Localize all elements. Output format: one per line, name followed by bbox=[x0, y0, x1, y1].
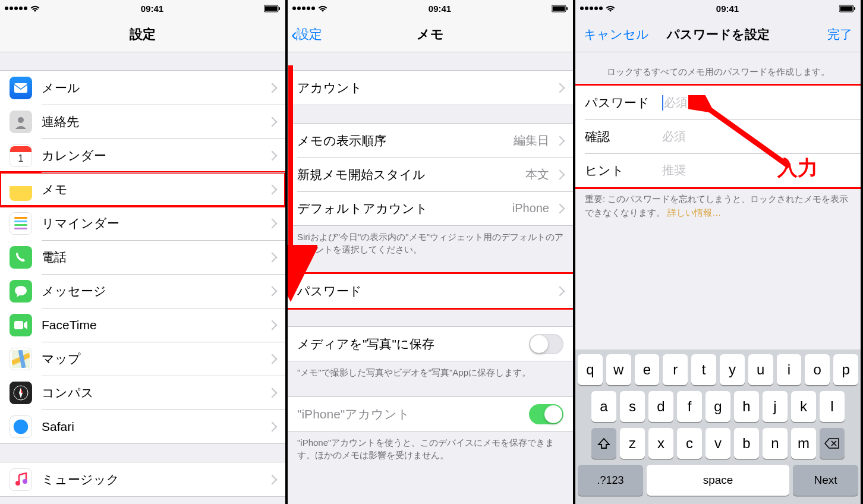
key-m[interactable]: m bbox=[791, 428, 816, 459]
key-next[interactable]: Next bbox=[793, 465, 858, 496]
key-n[interactable]: n bbox=[763, 428, 788, 459]
key-t[interactable]: t bbox=[691, 354, 716, 385]
chevron-right-icon bbox=[267, 252, 278, 262]
chevron-right-icon bbox=[555, 286, 565, 296]
status-time: 09:41 bbox=[141, 4, 163, 14]
row-sort[interactable]: メモの表示順序 編集日 bbox=[288, 124, 573, 158]
key-i[interactable]: i bbox=[777, 354, 802, 385]
settings-row-messages[interactable]: メッセージ bbox=[0, 274, 285, 308]
chevron-right-icon bbox=[555, 136, 565, 146]
key-j[interactable]: j bbox=[763, 391, 788, 422]
key-l[interactable]: l bbox=[820, 391, 845, 422]
reminders-icon bbox=[10, 212, 32, 235]
contacts-icon bbox=[10, 111, 32, 133]
key-g[interactable]: g bbox=[705, 391, 730, 422]
row-hint-field[interactable]: ヒント 推奨 bbox=[575, 153, 861, 187]
compass-icon bbox=[10, 382, 32, 404]
row-media-save[interactable]: メディアを"写真"に保存 bbox=[288, 327, 573, 361]
settings-row-phone[interactable]: 電話 bbox=[0, 240, 285, 274]
settings-row-safari[interactable]: Safari bbox=[0, 410, 285, 443]
row-default-account[interactable]: デフォルトアカウント iPhone bbox=[288, 191, 573, 225]
keyboard-row-2: a s d f g h j k l bbox=[578, 391, 858, 422]
row-label: メッセージ bbox=[42, 283, 106, 300]
verify-input[interactable]: 必須 bbox=[662, 128, 686, 144]
key-p[interactable]: p bbox=[833, 354, 858, 385]
key-numeric[interactable]: .?123 bbox=[578, 465, 643, 496]
navbar: ‹ 設定 メモ bbox=[288, 17, 573, 52]
navbar: キャンセル パスワードを設定 完了 bbox=[575, 17, 861, 52]
row-label: カレンダー bbox=[42, 147, 106, 164]
header-description: ロックするすべてのメモ用のパスワードを作成します。 bbox=[575, 52, 861, 81]
hint-input[interactable]: 推奨 bbox=[662, 162, 686, 178]
settings-row-reminders[interactable]: リマインダー bbox=[0, 206, 285, 240]
row-label: リマインダー bbox=[42, 215, 119, 232]
footer-media: "メモ"で撮影した写真やビデオを"写真"Appに保存します。 bbox=[288, 361, 573, 379]
key-e[interactable]: e bbox=[635, 354, 660, 385]
row-iphone-account[interactable]: "iPhone"アカウント bbox=[288, 397, 573, 431]
key-s[interactable]: s bbox=[620, 391, 645, 422]
key-d[interactable]: d bbox=[648, 391, 673, 422]
key-o[interactable]: o bbox=[805, 354, 830, 385]
row-password-field[interactable]: パスワード 必須 bbox=[575, 86, 861, 119]
row-label: メディアを"写真"に保存 bbox=[297, 336, 434, 352]
key-a[interactable]: a bbox=[591, 391, 616, 422]
settings-row-maps[interactable]: マップ bbox=[0, 342, 285, 376]
chevron-right-icon bbox=[555, 203, 565, 213]
key-q[interactable]: q bbox=[578, 354, 603, 385]
key-h[interactable]: h bbox=[734, 391, 759, 422]
settings-row-calendar[interactable]: 1 カレンダー bbox=[0, 138, 285, 172]
key-c[interactable]: c bbox=[677, 428, 702, 459]
password-input[interactable]: 必須 bbox=[662, 94, 688, 111]
settings-row-notes[interactable]: メモ bbox=[0, 172, 285, 206]
svg-point-12 bbox=[23, 479, 27, 484]
key-f[interactable]: f bbox=[677, 391, 702, 422]
key-r[interactable]: r bbox=[663, 354, 688, 385]
chevron-right-icon bbox=[267, 184, 278, 194]
svg-point-4 bbox=[18, 117, 24, 123]
done-button[interactable]: 完了 bbox=[819, 17, 861, 52]
keyboard: q w e r t y u i o p a s d f g h j k l z … bbox=[575, 349, 861, 504]
input-label: ヒント bbox=[585, 162, 662, 179]
svg-rect-18 bbox=[854, 7, 855, 10]
key-x[interactable]: x bbox=[648, 428, 673, 459]
row-verify-field[interactable]: 確認 必須 bbox=[575, 119, 861, 153]
row-password[interactable]: パスワード bbox=[288, 274, 573, 308]
key-b[interactable]: b bbox=[734, 428, 759, 459]
settings-row-contacts[interactable]: 連絡先 bbox=[0, 105, 285, 138]
key-y[interactable]: y bbox=[720, 354, 745, 385]
chevron-right-icon bbox=[267, 320, 278, 330]
settings-row-facetime[interactable]: FaceTime bbox=[0, 308, 285, 342]
back-label: 設定 bbox=[296, 26, 322, 43]
row-label: メモの表示順序 bbox=[297, 133, 386, 149]
toggle-iphone-account[interactable] bbox=[529, 404, 563, 424]
settings-row-compass[interactable]: コンパス bbox=[0, 376, 285, 410]
key-u[interactable]: u bbox=[748, 354, 773, 385]
key-v[interactable]: v bbox=[705, 428, 730, 459]
input-label: パスワード bbox=[585, 94, 662, 111]
back-button[interactable]: ‹ 設定 bbox=[291, 17, 322, 52]
settings-row-music[interactable]: ミュージック bbox=[0, 462, 285, 496]
row-accounts[interactable]: アカウント bbox=[288, 71, 573, 105]
chevron-right-icon bbox=[267, 388, 278, 398]
more-info-link[interactable]: 詳しい情報… bbox=[667, 207, 721, 218]
svg-point-5 bbox=[15, 286, 27, 295]
key-w[interactable]: w bbox=[606, 354, 631, 385]
status-bar: 09:41 bbox=[0, 0, 285, 17]
key-space[interactable]: space bbox=[647, 465, 789, 496]
notes-icon bbox=[10, 178, 32, 201]
keyboard-row-1: q w e r t y u i o p bbox=[578, 354, 858, 385]
settings-row-mail[interactable]: メール bbox=[0, 71, 285, 105]
key-backspace[interactable] bbox=[820, 428, 845, 459]
backspace-icon bbox=[824, 438, 840, 449]
row-label: デフォルトアカウント bbox=[297, 200, 428, 217]
key-shift[interactable] bbox=[591, 428, 616, 459]
key-k[interactable]: k bbox=[791, 391, 816, 422]
row-newnote-style[interactable]: 新規メモ開始スタイル 本文 bbox=[288, 158, 573, 191]
cancel-button[interactable]: キャンセル bbox=[575, 17, 657, 52]
key-z[interactable]: z bbox=[620, 428, 645, 459]
row-label: アカウント bbox=[297, 80, 363, 96]
screen-set-password: 09:41 キャンセル パスワードを設定 完了 ロックするすべてのメモ用のパスワ… bbox=[575, 0, 863, 504]
toggle-media[interactable] bbox=[529, 334, 563, 354]
signal-dots-icon bbox=[5, 7, 27, 10]
row-label: 連絡先 bbox=[42, 114, 79, 130]
